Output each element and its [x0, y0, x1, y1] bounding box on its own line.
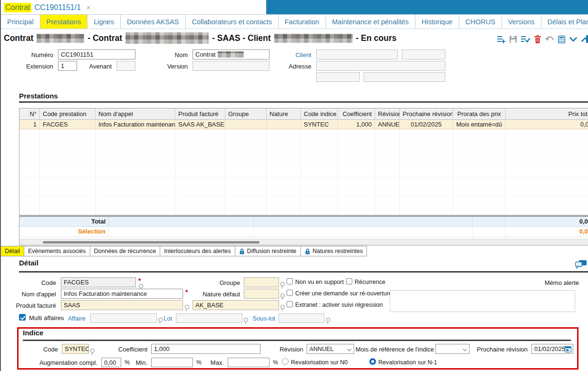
produit-detail-input[interactable]: AK_BASE: [193, 300, 279, 310]
adresse-input[interactable]: [316, 61, 445, 71]
tab-prestations[interactable]: Prestations: [40, 14, 88, 29]
prochaine-revision-input[interactable]: 01/02/2025: [531, 344, 573, 354]
undo-icon[interactable]: [545, 36, 554, 42]
min-input[interactable]: [151, 358, 193, 367]
horizontal-scrollbar[interactable]: [19, 239, 588, 245]
calendar-icon[interactable]: [565, 346, 571, 354]
tab-diffusion-restreinte[interactable]: Diffusion restreinte: [235, 246, 301, 256]
tab-evenements-associes[interactable]: Evènements associés: [24, 246, 90, 256]
tab-donnees-aksas[interactable]: Données AKSAS: [120, 14, 186, 29]
tab-collaborateurs-et-contacts[interactable]: Collaborateurs et contacts: [185, 14, 279, 29]
col-prix-total[interactable]: Prix total: [506, 108, 588, 120]
revalorisation-n1-radio[interactable]: [369, 358, 376, 365]
version-input[interactable]: [193, 61, 270, 71]
col-groupe[interactable]: Groupe: [225, 108, 267, 120]
max-input[interactable]: [228, 358, 270, 367]
sous-lot-lookup-icon[interactable]: [326, 318, 330, 323]
col-prochaine-revision[interactable]: Prochaine révision: [400, 108, 453, 120]
multi-affaires-checkbox[interactable]: [19, 314, 26, 321]
memo-chat-icon[interactable]: [575, 260, 587, 271]
table-empty-row[interactable]: [19, 158, 588, 167]
col-num[interactable]: N°: [19, 108, 40, 120]
nature-defaut-input[interactable]: [244, 289, 279, 299]
revalorisation-n0-radio[interactable]: [282, 358, 289, 365]
document-tab-type: Contrat: [4, 3, 31, 12]
extension-input[interactable]: 1: [58, 61, 77, 71]
tab-donnees-de-recurrence[interactable]: Données de récurrence: [90, 246, 161, 256]
tab-natures-restreintes[interactable]: Natures restreintes: [300, 246, 367, 256]
add-row-icon[interactable]: [497, 36, 505, 43]
tab-chorus[interactable]: CHORUS: [459, 14, 502, 29]
indice-code-lookup-icon[interactable]: [90, 349, 95, 354]
produit-facture-input[interactable]: SAAS: [61, 300, 183, 310]
numero-input[interactable]: CC1901151: [58, 49, 135, 59]
tab-principal[interactable]: Principal: [0, 14, 40, 29]
groupe-input[interactable]: [244, 277, 279, 287]
affaire-input[interactable]: [90, 313, 157, 323]
augmentation-input[interactable]: 0,00: [101, 358, 121, 367]
client-label[interactable]: Client: [266, 51, 311, 59]
memo-alerte-textarea[interactable]: [390, 290, 575, 312]
affaire-label[interactable]: Affaire: [57, 315, 86, 322]
col-nature[interactable]: Nature: [267, 108, 301, 120]
document-tab[interactable]: Contrat CC1901151/1 ×: [4, 1, 90, 14]
delete-icon[interactable]: [534, 35, 541, 43]
client-code-input[interactable]: [402, 49, 445, 59]
col-produit-facture[interactable]: Produit facturé: [175, 108, 225, 120]
tab-maintenance-et-penalites[interactable]: Maintenance et pénalités: [326, 14, 415, 29]
revision-select[interactable]: ANNUEL: [307, 344, 354, 354]
table-empty-row[interactable]: [19, 148, 588, 158]
tab-versions[interactable]: Versions: [501, 14, 541, 29]
col-code-indice[interactable]: Code indice: [301, 108, 338, 120]
tab-historique[interactable]: Historique: [415, 14, 459, 29]
indice-code-input[interactable]: SYNTEC: [62, 344, 89, 354]
coefficient-input[interactable]: 1,000: [151, 344, 260, 354]
validate-icon[interactable]: [521, 36, 530, 43]
groupe-lookup-icon[interactable]: [280, 282, 285, 288]
col-prorata-des-prix[interactable]: Prorata des prix: [453, 108, 506, 120]
adresse-ville-input[interactable]: [364, 72, 445, 82]
table-empty-row[interactable]: [19, 186, 588, 196]
non-vu-en-support-checkbox[interactable]: [287, 278, 293, 284]
tab-lignes[interactable]: Lignes: [87, 14, 121, 29]
tab-facturation[interactable]: Facturation: [278, 14, 326, 29]
table-empty-row[interactable]: [19, 205, 588, 215]
code-input[interactable]: FACGES: [61, 277, 136, 287]
adresse-cp-input[interactable]: [316, 72, 360, 82]
save-icon[interactable]: [510, 36, 517, 43]
creer-demande-checkbox[interactable]: [287, 290, 293, 296]
tab-delais-et-plans[interactable]: Délais et Plans: [541, 14, 588, 29]
nom-input[interactable]: Contrat: [193, 49, 270, 59]
table-empty-row[interactable]: [19, 196, 588, 205]
tab-detail[interactable]: Détail: [0, 246, 24, 256]
col-nom-appel[interactable]: Nom d'appel: [96, 108, 175, 120]
recurrence-checkbox[interactable]: [346, 278, 352, 284]
lot-label[interactable]: Lot: [157, 315, 172, 322]
col-code-prestation[interactable]: Code prestation: [40, 108, 96, 120]
scrollbar-thumb[interactable]: [43, 241, 260, 244]
lot-input[interactable]: [176, 313, 242, 323]
tab-interlocuteurs-des-alertes[interactable]: Interlocuteurs des alertes: [160, 246, 235, 256]
calculator-icon[interactable]: [558, 36, 565, 43]
table-empty-row[interactable]: [19, 177, 588, 186]
nature-defaut-lookup-icon[interactable]: [280, 293, 285, 299]
client-input[interactable]: [316, 49, 398, 59]
table-empty-row[interactable]: [19, 139, 588, 148]
nom-appel-input[interactable]: Infos Facturation maintenance: [61, 289, 183, 299]
lot-lookup-icon[interactable]: [244, 318, 248, 323]
table-empty-row[interactable]: [19, 167, 588, 177]
sous-lot-input[interactable]: [279, 313, 324, 323]
revalorisation-n1-label: Revalorisation sur N-1: [378, 359, 437, 366]
produit-detail-lookup-icon[interactable]: [280, 305, 285, 311]
table-empty-row[interactable]: [19, 129, 588, 139]
table-row[interactable]: 1 FACGES Infos Facturation maintenance S…: [19, 120, 588, 129]
col-revision[interactable]: Révision: [375, 108, 400, 120]
sous-lot-label[interactable]: Sous-lot: [249, 315, 275, 322]
collapse-icon[interactable]: [569, 37, 577, 42]
produit-lookup-icon[interactable]: [185, 305, 189, 311]
mois-reference-select[interactable]: [435, 344, 470, 354]
close-icon[interactable]: ×: [87, 4, 90, 11]
col-coefficient[interactable]: Coefficient: [338, 108, 375, 120]
avenant-input[interactable]: [116, 61, 135, 71]
extranet-checkbox[interactable]: [287, 301, 293, 307]
